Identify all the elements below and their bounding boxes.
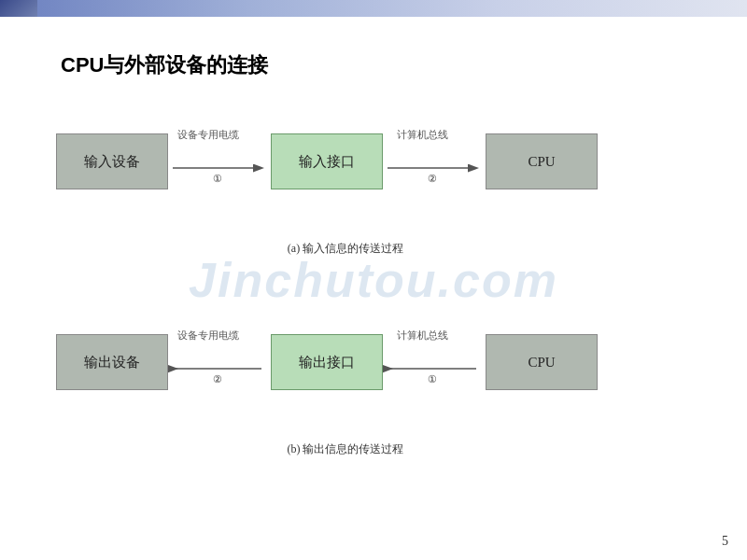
output-device-box: 输出设备 [56, 334, 168, 390]
input-interface-label: 输入接口 [299, 153, 355, 171]
output-device-label: 输出设备 [84, 354, 140, 371]
top-decorative-bar [0, 0, 747, 17]
watermark: Jinchutou.com [189, 252, 558, 308]
arrow-b1-label: 设备专用电缆 [177, 329, 239, 343]
caption-a: (a) 输入信息的传送过程 [149, 241, 542, 257]
cpu-b-box: CPU [486, 334, 598, 390]
cpu-a-label: CPU [528, 154, 555, 170]
arrow-b1-num: ② [213, 373, 222, 385]
arrow-b2-label: 计算机总线 [397, 329, 448, 343]
arrow-a2-num: ② [428, 173, 437, 185]
diagram-a: 输入设备 输入接口 CPU 设备专用电缆 ① 计算机总线 ② (a) 输入信息的… [56, 107, 691, 257]
input-device-box: 输入设备 [56, 133, 168, 189]
output-interface-box: 输出接口 [271, 334, 383, 390]
top-bar-accent [0, 0, 37, 17]
diagram-b: 输出设备 输出接口 CPU 设备专用电缆 ② 计算机总线 ① (b) 输出信息的… [56, 308, 691, 457]
cpu-a-box: CPU [486, 133, 598, 189]
input-device-label: 输入设备 [84, 153, 140, 171]
input-interface-box: 输入接口 [271, 133, 383, 189]
page-title: CPU与外部设备的连接 [61, 51, 268, 79]
caption-b: (b) 输出信息的传送过程 [149, 441, 542, 457]
arrow-a2-label: 计算机总线 [397, 128, 448, 142]
cpu-b-label: CPU [528, 355, 555, 371]
arrow-a1-num: ① [213, 173, 222, 185]
arrow-b2-num: ① [428, 373, 437, 385]
output-interface-label: 输出接口 [299, 354, 355, 371]
page-number: 5 [722, 534, 728, 549]
arrow-a1-label: 设备专用电缆 [177, 128, 239, 142]
